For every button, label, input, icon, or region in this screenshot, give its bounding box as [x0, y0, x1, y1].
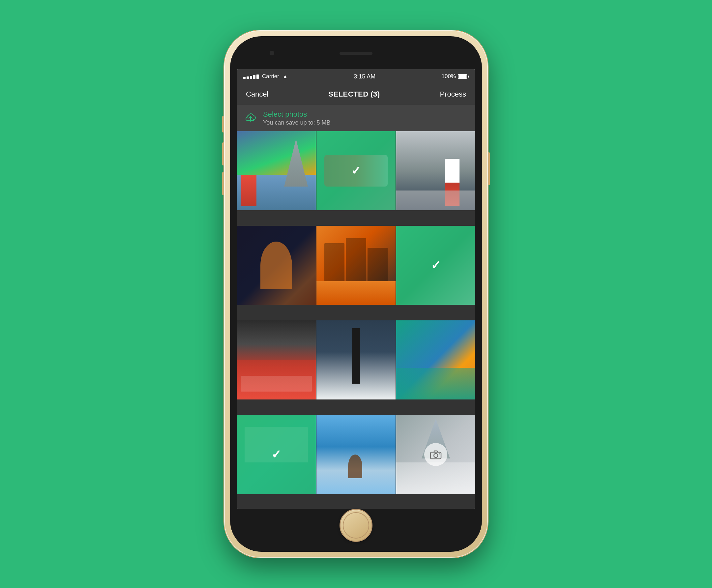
battery-percent-label: 100%: [442, 73, 456, 80]
photo-cell-7[interactable]: [237, 320, 316, 399]
mute-button[interactable]: [222, 116, 224, 132]
status-bar: Carrier ▲ 3:15 AM 100%: [237, 69, 475, 84]
signal-bar-4: [253, 75, 255, 79]
photo-grid: ✓: [237, 131, 475, 509]
photo-7: [237, 320, 316, 399]
battery-fill: [459, 75, 466, 78]
photo-cell-6[interactable]: ✓: [396, 226, 475, 305]
volume-down-button[interactable]: [222, 172, 224, 195]
check-icon-10: ✓: [271, 447, 281, 461]
photo-8: [316, 320, 396, 399]
nav-title: SELECTED (3): [328, 90, 380, 99]
upload-cloud-icon: [244, 112, 257, 124]
cancel-button[interactable]: Cancel: [246, 90, 268, 99]
upload-icon-wrap: [243, 111, 258, 125]
photo-cell-5[interactable]: [316, 226, 396, 305]
signal-bar-1: [243, 77, 246, 79]
photo-cell-10[interactable]: ✓: [237, 415, 316, 494]
screen-content: Carrier ▲ 3:15 AM 100%: [237, 69, 475, 509]
photo-cell-3[interactable]: [396, 131, 475, 210]
carrier-label: Carrier: [262, 73, 279, 80]
photo-10-selected-overlay: ✓: [237, 415, 316, 494]
status-right: 100%: [442, 73, 469, 80]
signal-bar-5: [256, 75, 259, 79]
wifi-icon: ▲: [282, 74, 288, 80]
photo-cell-1[interactable]: [237, 131, 316, 210]
nav-bar: Cancel SELECTED (3) Process: [237, 84, 475, 105]
process-button[interactable]: Process: [440, 90, 466, 99]
info-text-wrap: Select photos You can save up to: 5 MB: [263, 110, 330, 126]
check-icon-2: ✓: [351, 164, 361, 177]
svg-point-2: [434, 454, 438, 458]
front-camera: [270, 51, 274, 55]
camera-button[interactable]: [424, 443, 447, 466]
camera-icon: [430, 449, 442, 459]
photo-5: [316, 226, 396, 305]
save-limit-subtitle: You can save up to: 5 MB: [263, 119, 330, 126]
battery-tip: [468, 76, 469, 78]
photo-cell-4[interactable]: [237, 226, 316, 305]
phone-body: Carrier ▲ 3:15 AM 100%: [224, 30, 488, 558]
screen: Carrier ▲ 3:15 AM 100%: [237, 69, 475, 509]
status-time: 3:15 AM: [354, 73, 375, 80]
battery-icon: [458, 74, 469, 79]
photo-cell-11[interactable]: [316, 415, 396, 494]
phone-device: Carrier ▲ 3:15 AM 100%: [224, 30, 488, 558]
photo-6-selected-overlay: ✓: [396, 226, 475, 305]
photo-3: [396, 131, 475, 210]
status-left: Carrier ▲: [243, 73, 288, 80]
photo-9: [396, 320, 475, 399]
select-photos-title: Select photos: [263, 110, 330, 119]
signal-bar-3: [250, 76, 252, 79]
info-bar: Select photos You can save up to: 5 MB: [237, 105, 475, 131]
photo-cell-12[interactable]: [396, 415, 475, 494]
photo-cell-2[interactable]: ✓: [316, 131, 396, 210]
photo-11: [316, 415, 396, 494]
check-icon-6: ✓: [431, 258, 441, 272]
home-button-inner: [343, 512, 369, 539]
photo-2-selected-overlay: ✓: [316, 131, 396, 210]
volume-up-button[interactable]: [222, 142, 224, 165]
svg-point-3: [439, 454, 440, 455]
battery-body: [458, 74, 467, 79]
photo-cell-8[interactable]: [316, 320, 396, 399]
notch-area: [230, 36, 482, 69]
home-button[interactable]: [339, 509, 373, 542]
camera-button-overlay[interactable]: [396, 415, 475, 494]
signal-bar-2: [247, 77, 249, 79]
photo-cell-9[interactable]: [396, 320, 475, 399]
speaker: [339, 52, 373, 55]
power-button[interactable]: [488, 152, 490, 185]
phone-screen-area: Carrier ▲ 3:15 AM 100%: [230, 36, 482, 552]
photo-1: [237, 131, 316, 210]
signal-bars: [243, 75, 259, 79]
photo-4: [237, 226, 316, 305]
